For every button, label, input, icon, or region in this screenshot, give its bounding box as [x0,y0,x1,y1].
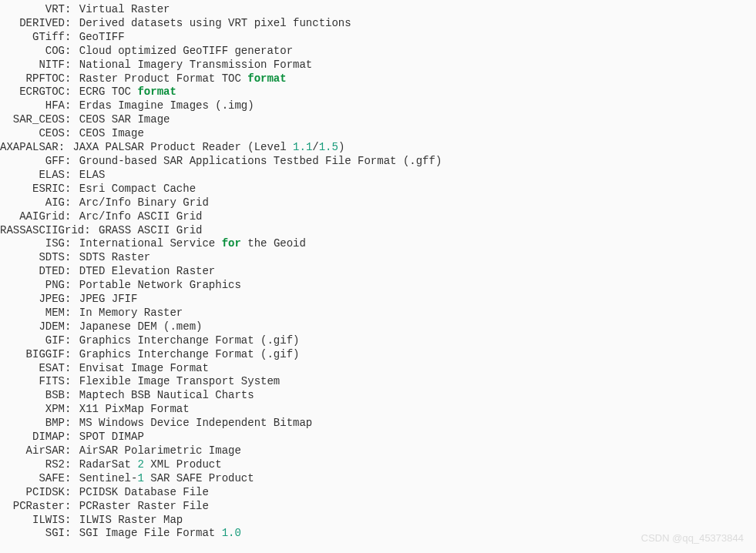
format-key: AirSAR [0,444,65,458]
text-span: ) [338,141,344,153]
text-span: SDTS Raster [79,251,150,263]
text-span: / [312,141,318,153]
format-description: In Memory Raster [79,307,183,320]
format-description: RadarSat 2 XML Product [79,458,222,472]
text-span: GRASS ASCII Grid [99,224,202,236]
colon-separator: : [84,224,99,238]
format-description: Esri Compact Cache [79,183,196,196]
format-description: Erdas Imagine Images (.img) [79,99,254,113]
format-key: HFA [0,99,65,113]
format-description: International Service for the Geoid [79,237,306,251]
format-key: DIMAP [0,431,65,444]
format-description: GRASS ASCII Grid [99,224,202,238]
format-description: ELAS [79,169,106,183]
colon-separator: : [65,31,79,45]
format-row: BSB: Maptech BSB Nautical Charts [0,389,756,403]
format-description: Ground-based SAR Applications Testbed Fi… [79,155,442,169]
format-description: Graphics Interchange Format (.gif) [79,334,300,348]
format-key: PCRaster [0,500,65,514]
format-row: COG: Cloud optimized GeoTIFF generator [0,45,756,59]
colon-separator: : [65,155,79,169]
format-key: ESRIC [0,183,65,196]
text-span: ELAS [79,169,106,181]
format-description: Envisat Image Format [79,362,209,376]
format-row: ILWIS: ILWIS Raster Map [0,514,756,528]
format-description: ILWIS Raster Map [79,514,183,528]
colon-separator: : [65,169,79,183]
format-key: PNG [0,279,65,293]
format-key: VRT [0,3,65,17]
format-row: ECRGTOC: ECRG TOC format [0,85,756,99]
format-row: PCRaster: PCRaster Raster File [0,500,756,514]
format-description: Portable Network Graphics [79,279,241,293]
format-key: MEM [0,307,65,320]
colon-separator: : [65,127,79,141]
format-row: ESAT: Envisat Image Format [0,362,756,376]
colon-separator: : [65,265,79,279]
format-key: BIGGIF [0,348,65,362]
format-description: PCRaster Raster File [79,500,209,514]
format-description: Sentinel-1 SAR SAFE Product [79,472,254,486]
format-key: SDTS [0,251,65,265]
format-row: DERIVED: Derived datasets using VRT pixe… [0,17,756,31]
format-row: CEOS: CEOS Image [0,127,756,141]
text-span: Flexible Image Transport System [79,375,280,387]
format-row: SDTS: SDTS Raster [0,251,756,265]
format-key: GFF [0,155,65,169]
text-span: Ground-based SAR Applications Testbed Fi… [79,155,442,167]
text-span: SPOT DIMAP [79,431,144,443]
format-key: JPEG [0,293,65,307]
colon-separator: : [65,444,79,458]
format-description: DTED Elevation Raster [79,265,215,279]
format-row: FITS: Flexible Image Transport System [0,375,756,389]
format-list: VRT: Virtual RasterDERIVED: Derived data… [0,3,756,541]
format-description: Japanese DEM (.mem) [79,320,203,334]
format-description: Arc/Info ASCII Grid [79,210,203,224]
format-row: BIGGIF: Graphics Interchange Format (.gi… [0,348,756,362]
text-span: the Geoid [241,237,306,250]
text-span: ECRG TOC [79,85,138,98]
format-row: BMP: MS Windows Device Independent Bitma… [0,417,756,431]
colon-separator: : [65,183,79,196]
format-key: ECRGTOC [0,85,65,99]
text-span: Erdas Imagine Images (.img) [79,99,254,112]
format-row: JPEG: JPEG JFIF [0,293,756,307]
format-row: ESRIC: Esri Compact Cache [0,183,756,196]
colon-separator: : [65,72,79,86]
keyword: for [222,237,241,250]
colon-separator: : [65,113,79,127]
text-span: In Memory Raster [79,307,183,319]
format-key: ESAT [0,362,65,376]
format-description: Cloud optimized GeoTIFF generator [79,45,293,59]
format-description: SGI Image File Format 1.0 [79,527,241,541]
format-description: CEOS SAR Image [79,113,170,127]
text-span: GeoTIFF [79,31,125,43]
text-span: JPEG JFIF [79,293,138,305]
format-key: NITF [0,59,65,72]
format-row: SGI: SGI Image File Format 1.0 [0,527,756,541]
format-description: GeoTIFF [79,31,125,45]
format-description: CEOS Image [79,127,144,141]
format-row: JDEM: Japanese DEM (.mem) [0,320,756,334]
format-description: X11 PixMap Format [79,403,190,417]
number-literal: 1 [137,472,143,484]
format-row: AIG: Arc/Info Binary Grid [0,196,756,210]
format-key: FITS [0,375,65,389]
text-span: ILWIS Raster Map [79,514,183,526]
format-key: XPM [0,403,65,417]
text-span: PCRaster Raster File [79,500,209,512]
text-span: Derived datasets using VRT pixel functio… [79,17,351,29]
text-span: DTED Elevation Raster [79,265,215,277]
number-literal: 1.0 [222,527,241,539]
text-span: CEOS SAR Image [79,113,170,126]
text-span: PCIDSK Database File [79,486,209,498]
colon-separator: : [65,334,79,348]
format-key: ILWIS [0,514,65,528]
format-row: RS2: RadarSat 2 XML Product [0,458,756,472]
colon-separator: : [65,99,79,113]
format-description: MS Windows Device Independent Bitmap [79,417,312,431]
format-key: ISG [0,237,65,251]
format-key: AAIGrid [0,210,65,224]
text-span: Envisat Image Format [79,362,209,374]
text-span: National Imagery Transmission Format [79,59,312,71]
